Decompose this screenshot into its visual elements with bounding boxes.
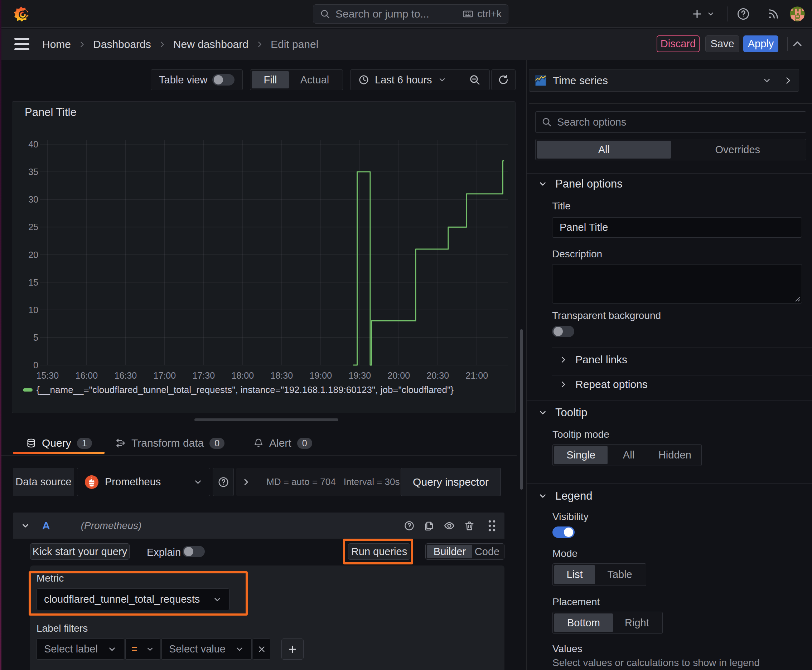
- kick-start-query-button[interactable]: Kick start your query: [30, 543, 130, 560]
- datasource-help-button[interactable]: [213, 468, 234, 496]
- chevron-right-icon: [256, 41, 263, 48]
- tab-transform[interactable]: Transform data 0: [116, 434, 224, 452]
- legend-header[interactable]: Legend: [538, 490, 592, 503]
- svg-text:16:30: 16:30: [115, 371, 137, 381]
- label-filter-key-placeholder: Select label: [44, 643, 104, 655]
- add-label-filter-button[interactable]: [281, 638, 303, 660]
- tooltip-mode-hidden[interactable]: Hidden: [650, 446, 700, 464]
- svg-text:17:30: 17:30: [193, 371, 215, 381]
- breadcrumb-dashboards[interactable]: Dashboards: [93, 38, 151, 51]
- legend-swatch[interactable]: [23, 388, 32, 392]
- repeat-options-header[interactable]: Repeat options: [559, 378, 648, 391]
- legend-values-hint: Select values or calculations to show in…: [553, 657, 760, 668]
- news-button[interactable]: [766, 7, 780, 21]
- apply-button[interactable]: Apply: [743, 36, 778, 52]
- query-inspector-button[interactable]: Query inspector: [401, 468, 501, 496]
- legend-visibility-label: Visibility: [553, 511, 588, 523]
- query-drag-handle[interactable]: [480, 520, 504, 532]
- label-filter-operator-select[interactable]: =: [125, 638, 160, 660]
- explain-toggle[interactable]: [183, 546, 205, 557]
- panel-options-header[interactable]: Panel options: [538, 178, 622, 190]
- options-search[interactable]: Search options: [535, 111, 806, 133]
- tooltip-mode-all[interactable]: All: [608, 446, 649, 464]
- builder-option[interactable]: Builder: [427, 545, 472, 558]
- query-collapse-button[interactable]: [13, 521, 38, 530]
- breadcrumb-home[interactable]: Home: [42, 38, 71, 51]
- table-view-control: Table view: [151, 69, 243, 90]
- sidebar-divider: [526, 60, 527, 670]
- tab-alert[interactable]: Alert 0: [253, 434, 312, 452]
- query-row-header[interactable]: A (Prometheus): [13, 513, 504, 539]
- legend-mode-table[interactable]: Table: [595, 565, 644, 584]
- label-filter-value-select[interactable]: Select value: [161, 638, 252, 660]
- query-disable-button[interactable]: [439, 520, 459, 531]
- label-filter-remove-button[interactable]: [253, 638, 270, 660]
- viz-expand-button[interactable]: [777, 69, 799, 91]
- query-duplicate-button[interactable]: [419, 520, 439, 531]
- panel-title-input[interactable]: Panel Title: [552, 217, 802, 238]
- viz-picker-label: Time series: [553, 74, 608, 86]
- collapse-header-button[interactable]: [790, 37, 805, 51]
- discard-button[interactable]: Discard: [657, 36, 700, 52]
- time-range-label: Last 6 hours: [375, 74, 432, 86]
- query-remove-button[interactable]: [459, 520, 480, 531]
- legend-mode-list[interactable]: List: [554, 565, 595, 584]
- chevron-down-icon: [146, 645, 154, 653]
- datasource-label: Data source: [13, 468, 74, 496]
- annotation-run-queries: [343, 539, 413, 564]
- chevron-right-icon: [158, 41, 166, 48]
- legend-placement-right[interactable]: Right: [613, 613, 661, 632]
- menu-toggle-button[interactable]: [14, 38, 29, 50]
- time-range-button[interactable]: Last 6 hours: [351, 70, 460, 90]
- table-view-toggle[interactable]: [212, 74, 234, 86]
- label-filter-key-select[interactable]: Select label: [37, 638, 124, 660]
- actual-option[interactable]: Actual: [289, 71, 341, 88]
- breadcrumb-new-dashboard[interactable]: New dashboard: [173, 38, 249, 51]
- query-help-button[interactable]: [399, 520, 419, 531]
- legend-placement-bottom[interactable]: Bottom: [554, 613, 613, 632]
- options-tab-all[interactable]: All: [537, 140, 671, 159]
- grafana-logo[interactable]: [13, 6, 29, 22]
- code-option[interactable]: Code: [472, 545, 502, 558]
- search-icon: [541, 117, 552, 127]
- avatar-identicon: [790, 6, 805, 22]
- tab-query[interactable]: Query 1: [26, 434, 92, 452]
- user-avatar[interactable]: [790, 6, 805, 22]
- grip-dots-icon: [487, 520, 497, 532]
- viz-select[interactable]: Time series: [529, 69, 777, 91]
- tab-alert-label: Alert: [269, 437, 292, 449]
- breadcrumb-current: Edit panel: [271, 38, 318, 51]
- panel-title-value: Panel Title: [559, 222, 795, 233]
- zoom-out-button[interactable]: [460, 70, 490, 90]
- tooltip-header[interactable]: Tooltip: [538, 406, 588, 419]
- legend-placement-switch: Bottom Right: [553, 612, 663, 634]
- new-menu-button[interactable]: [691, 8, 715, 20]
- panel-links-header[interactable]: Panel links: [559, 354, 627, 366]
- save-button[interactable]: Save: [705, 36, 739, 52]
- options-tab-overrides[interactable]: Overrides: [671, 140, 805, 159]
- panel-description-textarea[interactable]: [552, 264, 802, 303]
- tooltip-mode-single[interactable]: Single: [554, 446, 608, 464]
- legend-placement-label: Placement: [553, 596, 600, 608]
- sidebar-scrollbar[interactable]: [520, 329, 523, 490]
- transparent-bg-toggle[interactable]: [552, 326, 574, 337]
- legend-visibility-toggle[interactable]: [553, 526, 575, 538]
- divider: [552, 375, 812, 376]
- fill-option[interactable]: Fill: [252, 71, 289, 88]
- tab-transform-label: Transform data: [131, 437, 204, 449]
- legend-series-label[interactable]: {__name__="cloudflared_tunnel_total_requ…: [37, 384, 454, 396]
- panel-resize-handle[interactable]: [194, 418, 338, 421]
- time-series-chart[interactable]: 051015202530354015:3016:0016:3017:0017:3…: [12, 102, 516, 413]
- chevron-right-icon[interactable]: [241, 477, 251, 487]
- svg-text:19:00: 19:00: [310, 371, 332, 381]
- stat-interval: Interval = 30s: [344, 476, 400, 487]
- resize-grip-icon: [794, 296, 800, 302]
- help-button[interactable]: [736, 7, 751, 21]
- explain-label: Explain: [147, 546, 181, 558]
- chevron-down-icon: [762, 76, 771, 85]
- refresh-button[interactable]: [491, 69, 515, 90]
- global-search[interactable]: Search or jump to... ctrl+k: [313, 4, 509, 24]
- operator-value: =: [131, 643, 142, 655]
- clock-icon: [358, 74, 369, 85]
- datasource-select[interactable]: Prometheus: [77, 468, 210, 496]
